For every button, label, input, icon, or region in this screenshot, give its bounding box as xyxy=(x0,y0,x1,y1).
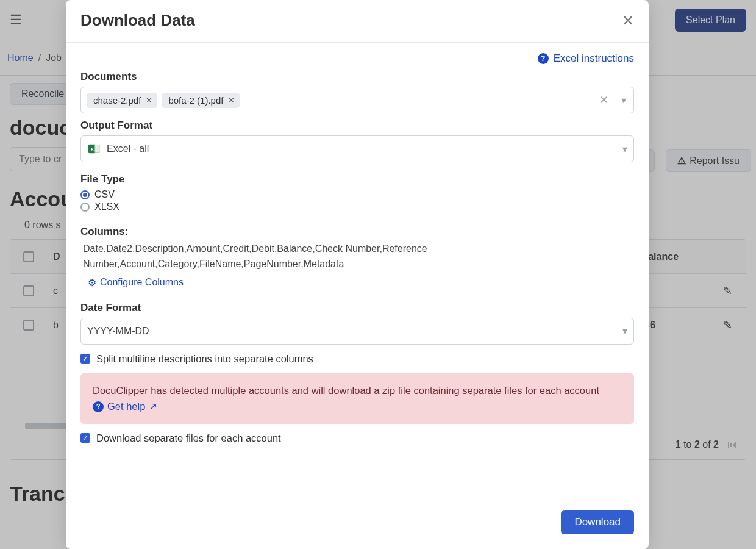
download-button[interactable]: Download xyxy=(561,510,634,534)
gear-icon: ⚙ xyxy=(88,277,96,289)
divider xyxy=(615,93,615,107)
chip-remove-icon[interactable]: ✕ xyxy=(146,96,152,105)
document-chip-label: chase-2.pdf xyxy=(93,95,141,106)
chevron-down-icon[interactable]: ▾ xyxy=(621,95,626,106)
date-format-select[interactable]: YYYY-MM-DD ▾ xyxy=(80,318,634,345)
file-type-csv-label: CSV xyxy=(94,189,115,200)
excel-instructions-link[interactable]: ? Excel instructions xyxy=(538,52,634,65)
output-format-label: Output Format xyxy=(80,120,634,132)
chevron-down-icon[interactable]: ▾ xyxy=(622,143,627,155)
divider xyxy=(616,325,616,338)
columns-label: Columns: xyxy=(80,226,634,238)
file-type-csv-radio[interactable]: CSV xyxy=(80,189,634,200)
chevron-down-icon[interactable]: ▾ xyxy=(622,325,627,337)
excel-icon: X xyxy=(87,142,101,156)
checkbox-icon: ✓ xyxy=(80,433,90,443)
configure-columns-link[interactable]: ⚙ Configure Columns xyxy=(88,277,184,289)
date-format-value: YYYY-MM-DD xyxy=(87,326,149,337)
get-help-label: Get help xyxy=(107,399,145,414)
chip-remove-icon[interactable]: ✕ xyxy=(228,96,235,105)
get-help-link[interactable]: ? Get help ↗ xyxy=(93,399,157,414)
checkbox-icon: ✓ xyxy=(80,354,90,364)
help-icon: ? xyxy=(93,401,104,412)
split-multiline-checkbox[interactable]: ✓ Split multiline descriptions into sepa… xyxy=(80,353,634,365)
help-icon: ? xyxy=(538,53,549,64)
documents-label: Documents xyxy=(80,71,634,83)
radio-icon xyxy=(80,190,90,199)
file-type-xlsx-radio[interactable]: XLSX xyxy=(80,201,634,212)
svg-text:X: X xyxy=(90,146,94,152)
split-multiline-label: Split multiline descriptions into separa… xyxy=(96,353,313,365)
svg-rect-2 xyxy=(95,145,99,153)
columns-text: Date,Date2,Description,Amount,Credit,Deb… xyxy=(83,242,461,272)
documents-select[interactable]: chase-2.pdf ✕ bofa-2 (1).pdf ✕ ✕ ▾ xyxy=(80,87,634,113)
external-link-icon: ↗ xyxy=(149,399,157,414)
download-data-modal: Download Data ✕ ? Excel instructions Doc… xyxy=(66,0,649,549)
clear-all-icon[interactable]: ✕ xyxy=(599,93,608,107)
close-icon[interactable]: ✕ xyxy=(622,12,634,29)
document-chip: bofa-2 (1).pdf ✕ xyxy=(162,93,240,108)
file-type-label: File Type xyxy=(80,173,634,185)
configure-columns-label: Configure Columns xyxy=(100,277,184,288)
document-chip-label: bofa-2 (1).pdf xyxy=(168,95,223,106)
separate-files-label: Download separate files for each account xyxy=(96,432,281,444)
output-format-value: Excel - all xyxy=(107,143,149,154)
excel-instructions-label: Excel instructions xyxy=(554,52,634,65)
date-format-label: Date Format xyxy=(80,302,634,314)
separate-files-checkbox[interactable]: ✓ Download separate files for each accou… xyxy=(80,432,634,444)
alert-text: DocuClipper has detected multiple accoun… xyxy=(93,385,599,396)
multi-account-alert: DocuClipper has detected multiple accoun… xyxy=(80,373,634,424)
output-format-select[interactable]: X Excel - all ▾ xyxy=(80,135,634,162)
radio-icon xyxy=(80,203,90,212)
modal-title: Download Data xyxy=(80,11,195,30)
divider xyxy=(616,142,616,156)
document-chip: chase-2.pdf ✕ xyxy=(87,93,157,108)
file-type-xlsx-label: XLSX xyxy=(94,201,119,212)
